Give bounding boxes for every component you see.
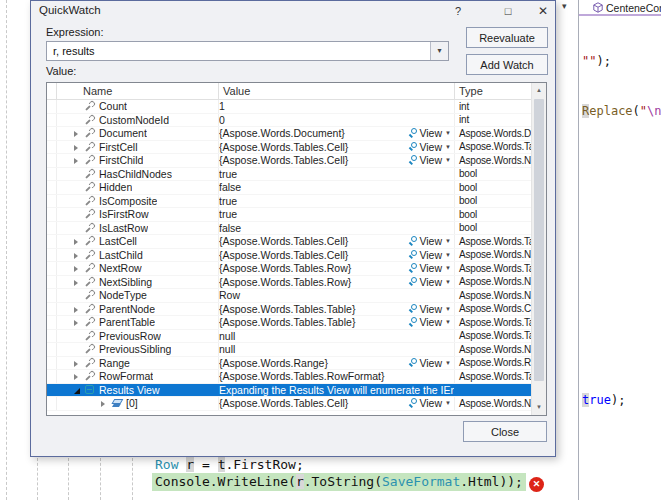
view-link[interactable]: View▼	[408, 397, 451, 409]
expand-toggle-icon[interactable]	[74, 141, 84, 153]
close-button[interactable]: Close	[463, 421, 547, 442]
expand-toggle-icon[interactable]	[74, 357, 84, 369]
table-row[interactable]: FirstChild{Aspose.Words.Tables.Cell}View…	[47, 154, 531, 168]
close-window-button[interactable]: ✕	[534, 3, 552, 19]
view-link[interactable]: View▼	[408, 316, 451, 328]
view-link[interactable]: View▼	[408, 249, 451, 261]
table-row[interactable]: RowFormat{Aspose.Words.Tables.RowFormat}…	[47, 370, 531, 384]
expand-toggle-icon[interactable]	[74, 316, 84, 328]
table-row[interactable]: IsCompositetruebool	[47, 195, 531, 209]
expand-toggle-icon[interactable]	[74, 262, 84, 274]
table-row[interactable]: Results ViewExpanding the Results View w…	[47, 384, 531, 398]
table-row[interactable]: PreviousSiblingnullAspose.Words.N...	[47, 343, 531, 357]
chevron-down-icon[interactable]: ▼	[445, 157, 451, 163]
cell-value[interactable]: {Aspose.Words.Tables.Row}View▼	[219, 276, 455, 289]
table-row[interactable]: IsLastRowfalsebool	[47, 222, 531, 236]
expression-combobox[interactable]: r, results ▾	[46, 41, 449, 61]
view-link[interactable]: View▼	[408, 357, 451, 369]
code-line[interactable]: Row r = t.FirstRow;	[152, 456, 307, 474]
scroll-up-icon[interactable]: ▲	[532, 83, 546, 98]
table-row[interactable]: LastChild{Aspose.Words.Tables.Cell}View▼…	[47, 249, 531, 263]
table-row[interactable]: Count1int	[47, 100, 531, 114]
code-line[interactable]: Replace("\n",	[582, 104, 661, 118]
view-link[interactable]: View▼	[408, 235, 451, 247]
table-row[interactable]: [0]{Aspose.Words.Tables.Cell}View▼Aspose…	[47, 397, 531, 411]
table-row[interactable]: CustomNodeId0int	[47, 114, 531, 128]
view-link[interactable]: View▼	[408, 262, 451, 274]
expand-toggle-icon[interactable]	[74, 303, 84, 315]
cell-value[interactable]: {Aspose.Words.Tables.Table}View▼	[219, 316, 455, 329]
navigation-bar[interactable]: CenteneCon	[579, 0, 661, 15]
scroll-down-icon[interactable]: ▼	[532, 400, 546, 415]
cell-value[interactable]: true	[219, 195, 455, 208]
expression-value[interactable]: r, results	[53, 45, 95, 57]
table-row[interactable]: LastCell{Aspose.Words.Tables.Cell}View▼A…	[47, 235, 531, 249]
view-link[interactable]: View▼	[408, 127, 451, 139]
chevron-down-icon[interactable]: ▼	[445, 238, 451, 244]
chevron-down-icon[interactable]: ▼	[445, 319, 451, 325]
reevaluate-button[interactable]: Reevaluate	[466, 27, 548, 48]
table-row[interactable]: Range{Aspose.Words.Range}View▼Aspose.Wor…	[47, 357, 531, 371]
cell-value[interactable]: {Aspose.Words.Tables.Cell}View▼	[219, 154, 455, 167]
expand-toggle-icon[interactable]	[74, 384, 84, 396]
expand-toggle-icon[interactable]	[74, 276, 84, 288]
table-row[interactable]: FirstCell{Aspose.Words.Tables.Cell}View▼…	[47, 141, 531, 155]
view-link[interactable]: View▼	[408, 276, 451, 288]
cell-value[interactable]: {Aspose.Words.Tables.Cell}View▼	[219, 397, 455, 410]
table-row[interactable]: NodeTypeRowAspose.Words.N...	[47, 289, 531, 303]
chevron-down-icon[interactable]: ▼	[445, 265, 451, 271]
chevron-down-icon[interactable]: ▼	[445, 306, 451, 312]
chevron-down-icon[interactable]: ▾	[562, 1, 567, 11]
table-row[interactable]: ParentTable{Aspose.Words.Tables.Table}Vi…	[47, 316, 531, 330]
table-row[interactable]: NextRow{Aspose.Words.Tables.Row}View▼Asp…	[47, 262, 531, 276]
cell-value[interactable]: {Aspose.Words.Tables.Cell}View▼	[219, 249, 455, 262]
column-header-name[interactable]: Name	[57, 83, 219, 99]
view-link[interactable]: View▼	[408, 141, 451, 153]
chevron-down-icon[interactable]: ▼	[445, 144, 451, 150]
error-icon[interactable]: ✕	[529, 477, 544, 492]
expand-toggle-icon[interactable]	[74, 235, 84, 247]
cell-value[interactable]: {Aspose.Words.Tables.RowFormat}	[219, 370, 455, 383]
expand-toggle-icon[interactable]	[74, 154, 84, 166]
cell-value[interactable]: {Aspose.Words.Tables.Table}View▼	[219, 303, 455, 316]
table-row[interactable]: Hiddenfalsebool	[47, 181, 531, 195]
table-row[interactable]: HasChildNodestruebool	[47, 168, 531, 182]
cell-value[interactable]: Row	[219, 289, 455, 302]
chevron-down-icon[interactable]: ▼	[445, 252, 451, 258]
column-header-value[interactable]: Value	[219, 83, 455, 99]
cell-value[interactable]: {Aspose.Words.Tables.Cell}View▼	[219, 141, 455, 154]
table-row[interactable]: Document{Aspose.Words.Document}View▼Aspo…	[47, 127, 531, 141]
maximize-button[interactable]: □	[499, 3, 517, 19]
chevron-down-icon[interactable]: ▾	[430, 42, 448, 60]
help-button[interactable]: ?	[449, 3, 467, 19]
table-row[interactable]: PreviousRownullAspose.Words.Ta...	[47, 330, 531, 344]
add-watch-button[interactable]: Add Watch	[466, 54, 548, 75]
cell-value[interactable]: null	[219, 343, 455, 356]
expand-toggle-icon[interactable]	[74, 127, 84, 139]
vertical-scrollbar[interactable]: ▲ ▼	[531, 83, 546, 415]
chevron-down-icon[interactable]: ▼	[445, 400, 451, 406]
table-row[interactable]: IsFirstRowtruebool	[47, 208, 531, 222]
expand-toggle-icon[interactable]	[74, 249, 84, 261]
cell-value[interactable]: Expanding the Results View will enumerat…	[219, 384, 455, 397]
cell-value[interactable]: {Aspose.Words.Document}View▼	[219, 127, 455, 140]
view-link[interactable]: View▼	[408, 303, 451, 315]
table-row[interactable]: NextSibling{Aspose.Words.Tables.Row}View…	[47, 276, 531, 290]
cell-value[interactable]: {Aspose.Words.Tables.Cell}View▼	[219, 235, 455, 248]
cell-value[interactable]: 1	[219, 100, 455, 113]
code-line[interactable]: Console.WriteLine(r.ToString(SaveFormat.…	[152, 473, 526, 491]
code-line[interactable]: true);	[582, 393, 625, 407]
code-line[interactable]: "");	[582, 54, 611, 68]
cell-value[interactable]: true	[219, 168, 455, 181]
column-header-type[interactable]: Type	[455, 83, 531, 99]
cell-value[interactable]: false	[219, 222, 455, 235]
nav-item-class-dropdown[interactable]: CenteneCon	[606, 2, 661, 14]
cell-value[interactable]: {Aspose.Words.Tables.Row}View▼	[219, 262, 455, 275]
view-link[interactable]: View▼	[408, 154, 451, 166]
cell-value[interactable]: 0	[219, 114, 455, 127]
cell-value[interactable]: false	[219, 181, 455, 194]
chevron-down-icon[interactable]: ▼	[445, 130, 451, 136]
scrollbar-thumb[interactable]	[534, 99, 544, 381]
expand-toggle-icon[interactable]	[74, 370, 84, 382]
chevron-down-icon[interactable]: ▼	[445, 279, 451, 285]
